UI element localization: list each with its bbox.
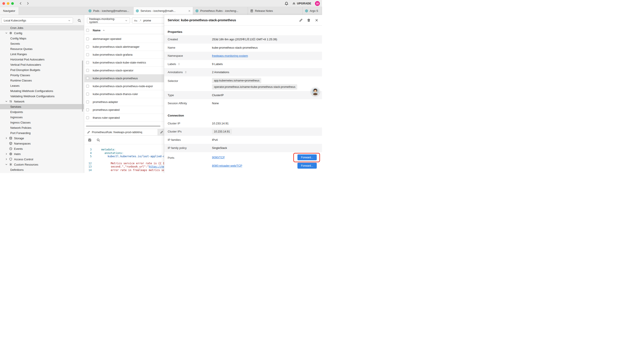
code-line[interactable]: 4 annotations: [84, 152, 164, 155]
sidebar-item-helm[interactable]: Helm [0, 151, 84, 157]
avatar[interactable] [311, 88, 319, 96]
tab-pods-icecheng-mathmas[interactable]: Pods - icecheng@mathmas... [86, 7, 134, 15]
navigator-tab[interactable]: Navigator [0, 7, 19, 15]
filter-input[interactable]: Aa .* prome [132, 17, 164, 23]
window-minimize-button[interactable] [7, 2, 10, 5]
forward-button[interactable]: Forward... [298, 163, 317, 169]
code-line[interactable]: 13 second.","runbook_url":"https://net [84, 165, 164, 169]
forward-button[interactable]: Forward... [298, 154, 317, 160]
tab-services-icecheng-math[interactable]: Services - icecheng@math... [134, 7, 193, 15]
sidebar-item-definitions[interactable]: Definitions [0, 167, 84, 172]
table-row-kube-prometheus-stack-grafana[interactable]: kube-prometheus-stack-grafana [84, 51, 164, 59]
sidebar-scrollbar[interactable] [82, 60, 83, 112]
chevron-down-icon[interactable] [5, 31, 8, 34]
table-row-kube-prometheus-stack-prometheus[interactable]: kube-prometheus-stack-prometheus [84, 74, 164, 82]
chevron-right-icon[interactable] [5, 158, 8, 161]
bell-icon[interactable] [284, 1, 288, 5]
row-checkbox[interactable] [86, 61, 89, 64]
table-row-kube-prometheus-stack-operator[interactable]: kube-prometheus-stack-operator [84, 66, 164, 74]
code-line[interactable]: 12 Metrics service error rate is {{ $va [84, 162, 164, 165]
sidebar-item-pod-disruption-budgets[interactable]: Pod Disruption Budgets [0, 67, 84, 72]
table-row-kube-prometheus-stack-prometheus-node-expor[interactable]: kube-prometheus-stack-prometheus-node-ex… [84, 82, 164, 90]
window-zoom-button[interactable] [11, 2, 14, 5]
row-checkbox[interactable] [86, 53, 89, 56]
sidebar-item-port-forwarding[interactable]: Port Forwarding [0, 130, 84, 136]
sidebar-item-ingress-classes[interactable]: Ingress Classes [0, 120, 84, 125]
kubeconfig-select[interactable]: Local Kubeconfigs [2, 17, 73, 23]
close-icon[interactable] [315, 18, 318, 22]
port-link[interactable]: 9090/TCP [212, 156, 225, 159]
editor-tab-prometheusrule[interactable]: PrometheusRule: freeleaps-prod-rabbitmq [84, 129, 158, 135]
chevron-right-icon[interactable] [5, 137, 8, 140]
sidebar-item-services[interactable]: Services [0, 104, 84, 109]
close-icon[interactable] [188, 10, 191, 12]
namespace-link[interactable]: freeleaps-monitoring-system [212, 54, 248, 57]
forward-icon[interactable] [26, 1, 30, 5]
row-checkbox[interactable] [86, 69, 89, 72]
row-checkbox[interactable] [86, 93, 89, 95]
table-row-thanos-ruler-operated[interactable]: thanos-ruler-operated [84, 114, 164, 122]
sidebar-item-config[interactable]: Config [0, 30, 84, 36]
regex-toggle[interactable]: .* [140, 19, 141, 22]
table-row-kube-prometheus-stack-kube-state-metrics[interactable]: kube-prometheus-stack-kube-state-metrics [84, 59, 164, 66]
window-close-button[interactable] [2, 2, 5, 5]
back-icon[interactable] [19, 1, 22, 5]
yaml-editor[interactable]: 3metadata:4 annotations:5 kubectl.kubern… [84, 144, 164, 173]
sidebar-item-limit-ranges[interactable]: Limit Ranges [0, 51, 84, 57]
pencil-icon[interactable] [299, 18, 303, 22]
code-line[interactable]: 3metadata: [84, 148, 164, 152]
sidebar-item-cron-jobs[interactable]: Cron Jobs [0, 25, 84, 30]
sidebar-item-leases[interactable]: Leases [0, 83, 84, 88]
sidebar-item-validating-webhook-configurations[interactable]: Validating Webhook Configurations [0, 93, 84, 99]
row-checkbox[interactable] [86, 77, 89, 80]
sidebar-item-access-control[interactable]: Access Control [0, 157, 84, 162]
sidebar-item-events[interactable]: Events [0, 146, 84, 151]
sidebar-item-endpoints[interactable]: Endpoints [0, 109, 84, 114]
sidebar-item-ingresses[interactable]: Ingresses [0, 114, 84, 120]
chevron-right-icon[interactable] [5, 152, 8, 155]
sort-updown-icon[interactable] [184, 71, 187, 74]
tab-prometheus-rules-icecheng[interactable]: Prometheus Rules - icecheng... [193, 7, 248, 15]
select-all-checkbox[interactable] [86, 29, 89, 32]
row-checkbox[interactable] [86, 100, 89, 103]
sidebar-item-config-maps[interactable]: Config Maps [0, 36, 84, 41]
sidebar-item-runtime-classes[interactable]: Runtime Classes [0, 78, 84, 83]
horizontal-scrollbar[interactable] [86, 125, 160, 127]
row-checkbox[interactable] [86, 85, 89, 88]
sidebar-item-namespaces[interactable]: Namespaces [0, 141, 84, 146]
table-row-prometheus-adapter[interactable]: prometheus-adapter [84, 98, 164, 106]
sidebar-item-vertical-pod-autoscalers[interactable]: Vertical Pod Autoscalers [0, 62, 84, 67]
row-checkbox[interactable] [86, 37, 89, 40]
port-link[interactable]: 8080:reloader-web/TCP [212, 164, 242, 167]
tab-argo-s[interactable]: Argo S [303, 7, 322, 15]
chevron-down-icon[interactable] [5, 100, 8, 103]
sort-updown-icon[interactable] [178, 63, 180, 65]
namespace-select[interactable]: freeleaps-monitoring-system [87, 17, 130, 23]
row-checkbox[interactable] [86, 45, 89, 48]
sidebar-item-mutating-webhook-configurations[interactable]: Mutating Webhook Configurations [0, 88, 84, 93]
code-line[interactable]: 5 kubectl.kubernetes.io/last-applied-co [84, 155, 164, 158]
row-checkbox[interactable] [86, 116, 89, 119]
sidebar-item-storage[interactable]: Storage [0, 136, 84, 141]
sidebar-item-network-policies[interactable]: Network Policies [0, 125, 84, 130]
table-row-prometheus-operated[interactable]: prometheus-operated [84, 106, 164, 114]
editor-tab-partial[interactable] [158, 129, 164, 135]
sidebar-item-network[interactable]: Network [0, 99, 84, 104]
save-icon[interactable] [88, 138, 92, 142]
table-row-kube-prometheus-stack-alertmanager[interactable]: kube-prometheus-stack-alertmanager [84, 43, 164, 51]
name-column-header[interactable]: Name [93, 29, 100, 32]
tab-release-notes[interactable]: Release Notes [248, 7, 303, 15]
row-checkbox[interactable] [86, 108, 89, 111]
notification-badge[interactable]: 15 [315, 1, 320, 6]
chevron-down-icon[interactable] [5, 163, 8, 166]
search-icon[interactable] [96, 138, 100, 142]
sidebar-item-custom-resources[interactable]: Custom Resources [0, 162, 84, 167]
trash-icon[interactable] [307, 18, 310, 22]
table-row-kube-prometheus-stack-thanos-ruler[interactable]: kube-prometheus-stack-thanos-ruler [84, 90, 164, 98]
sidebar-item-secrets[interactable]: Secrets [0, 41, 84, 46]
match-case-toggle[interactable]: Aa [134, 19, 137, 22]
sort-ascending-icon[interactable] [102, 29, 105, 32]
sidebar-item-resource-quotas[interactable]: Resource Quotas [0, 46, 84, 51]
table-row-alertmanager-operated[interactable]: alertmanager-operated [84, 35, 164, 43]
search-icon[interactable] [78, 19, 81, 22]
